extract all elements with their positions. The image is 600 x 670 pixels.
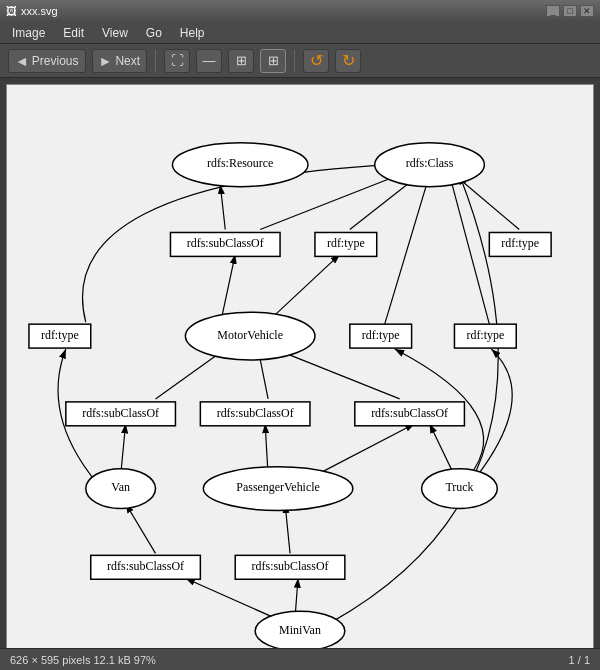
prev-arrow-icon: ◄ xyxy=(15,53,29,69)
next-arrow-icon: ► xyxy=(99,53,113,69)
label-rdfs-resource: rdfs:Resource xyxy=(207,156,273,170)
label-rdf-type-3: rdf:type xyxy=(362,328,400,342)
menu-go[interactable]: Go xyxy=(138,24,170,42)
image-info: 626 × 595 pixels 12.1 kB 97% xyxy=(10,654,156,666)
titlebar: 🖼 xxx.svg _ □ ✕ xyxy=(0,0,600,22)
minimize-button[interactable]: _ xyxy=(546,5,560,17)
grid-button[interactable]: ⊞ xyxy=(260,49,286,73)
label-rdfs-subclassof-5: rdfs:subClassOf xyxy=(107,559,184,573)
statusbar: 626 × 595 pixels 12.1 kB 97% 1 / 1 xyxy=(0,648,600,670)
rotate-left-button[interactable]: ↺ xyxy=(303,49,329,73)
app-icon: 🖼 xyxy=(6,5,17,17)
label-rdf-type-2: rdf:type xyxy=(501,236,539,250)
label-rdf-type-4: rdf:type xyxy=(466,328,504,342)
window-controls: _ □ ✕ xyxy=(546,5,594,17)
page-number: 1 / 1 xyxy=(569,654,590,666)
close-button[interactable]: ✕ xyxy=(580,5,594,17)
diagram-svg: rdfs:Resource rdfs:Class rdfs:subClassOf… xyxy=(7,85,593,653)
toolbar-separator xyxy=(155,50,156,72)
label-rdfs-class: rdfs:Class xyxy=(406,156,454,170)
toolbar-separator2 xyxy=(294,50,295,72)
label-truck: Truck xyxy=(445,480,473,494)
menubar: Image Edit View Go Help xyxy=(0,22,600,44)
zoom-out-button[interactable]: — xyxy=(196,49,222,73)
label-rdfs-subclassof-1: rdfs:subClassOf xyxy=(187,236,264,250)
maximize-button[interactable]: □ xyxy=(563,5,577,17)
window-title: xxx.svg xyxy=(21,5,58,17)
zoom-in-button[interactable]: ⊞ xyxy=(228,49,254,73)
label-motor-vehicle: MotorVehicle xyxy=(217,328,283,342)
label-rdfs-subclassof-4: rdfs:subClassOf xyxy=(371,406,448,420)
fit-page-button[interactable]: ⛶ xyxy=(164,49,190,73)
next-label: Next xyxy=(115,54,140,68)
menu-view[interactable]: View xyxy=(94,24,136,42)
menu-image[interactable]: Image xyxy=(4,24,53,42)
label-van: Van xyxy=(111,480,130,494)
previous-button[interactable]: ◄ Previous xyxy=(8,49,86,73)
label-minivan: MiniVan xyxy=(279,623,321,637)
label-rdf-type-left: rdf:type xyxy=(41,328,79,342)
label-rdfs-subclassof-2: rdfs:subClassOf xyxy=(82,406,159,420)
toolbar: ◄ Previous ► Next ⛶ — ⊞ ⊞ ↺ ↻ xyxy=(0,44,600,78)
label-rdfs-subclassof-3: rdfs:subClassOf xyxy=(217,406,294,420)
titlebar-left: 🖼 xxx.svg xyxy=(6,5,58,17)
rotate-right-button[interactable]: ↻ xyxy=(335,49,361,73)
previous-label: Previous xyxy=(32,54,79,68)
menu-help[interactable]: Help xyxy=(172,24,213,42)
canvas-area: rdfs:Resource rdfs:Class rdfs:subClassOf… xyxy=(6,84,594,654)
label-passenger-vehicle: PassengerVehicle xyxy=(236,480,320,494)
menu-edit[interactable]: Edit xyxy=(55,24,92,42)
label-rdf-type-1: rdf:type xyxy=(327,236,365,250)
next-button[interactable]: ► Next xyxy=(92,49,148,73)
label-rdfs-subclassof-6: rdfs:subClassOf xyxy=(252,559,329,573)
